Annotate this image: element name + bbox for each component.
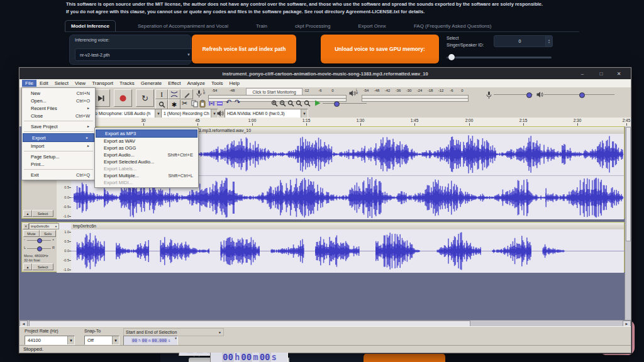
- play-speed-knob[interactable]: [334, 101, 340, 107]
- voice-select[interactable]: nr-v2-test-2.pth ▼: [75, 48, 196, 61]
- project-rate-select[interactable]: 44100▼: [25, 336, 75, 345]
- track1-select-button[interactable]: Select: [32, 210, 53, 217]
- play-speed-slider[interactable]: [323, 103, 367, 104]
- menu-tracks[interactable]: Tracks: [116, 80, 138, 87]
- close-button[interactable]: ✕: [612, 68, 626, 79]
- menu-item-export-multiple[interactable]: Export Multiple...Shift+Ctrl+L: [95, 172, 198, 179]
- copy-button[interactable]: [191, 100, 198, 107]
- vertical-scrollbar[interactable]: [625, 126, 631, 320]
- track-vocal[interactable]: ✕ tmp0xrtrc6n▼ Mute Solo - + L R Mono, 4…: [21, 222, 625, 272]
- track1-ch2-ruler[interactable]: 1.00.50.0-0.5-1.0: [57, 175, 72, 219]
- menu-view[interactable]: View: [72, 80, 89, 87]
- speaker-id-slider[interactable]: [447, 57, 552, 58]
- maximize-button[interactable]: □: [594, 68, 608, 79]
- speaker-id-slider-knob[interactable]: [448, 54, 455, 60]
- trim-audio-button[interactable]: [208, 100, 215, 107]
- track2-ruler[interactable]: 1.00.50.0-0.5-1.0: [57, 229, 72, 273]
- input-device-select[interactable]: eo Microphone: USB Audio (h▼: [90, 109, 162, 118]
- redo-button[interactable]: ↷: [235, 98, 240, 106]
- minimize-button[interactable]: –: [575, 68, 589, 79]
- menu-item-export-as-ogg[interactable]: Export as OGG: [95, 145, 198, 151]
- track2-close-button[interactable]: ✕: [23, 223, 29, 229]
- undo-button[interactable]: ↶: [226, 98, 231, 106]
- envelope-tool-button[interactable]: [168, 89, 180, 99]
- paste-button[interactable]: [199, 100, 206, 107]
- timeline-ruler[interactable]: 1530451:001:151:301:452:002:152:302:45: [19, 118, 631, 127]
- menu-item-export-as-mp3[interactable]: Export as MP3: [96, 129, 197, 138]
- refresh-voice-list-label: Refresh voice list and index path: [196, 46, 292, 52]
- menu-effect[interactable]: Effect: [165, 80, 184, 87]
- silence-audio-button[interactable]: [216, 100, 223, 107]
- cut-button[interactable]: ✂: [182, 99, 187, 107]
- tab-ckpt-processing[interactable]: ckpt Processing: [289, 21, 336, 31]
- vertical-scrollbar-thumb[interactable]: [626, 127, 631, 241]
- refresh-voice-list-button[interactable]: Refresh voice list and index path: [192, 35, 296, 63]
- menu-edit[interactable]: Edit: [36, 80, 52, 87]
- track2-collapse-button[interactable]: ▲: [23, 263, 32, 270]
- title-bar[interactable]: instrument_ponyo-cliff-cartoon-animation…: [19, 68, 631, 79]
- menu-item-save-project[interactable]: Save Project►: [22, 123, 95, 130]
- zoom-toggle-button[interactable]: [304, 100, 311, 107]
- zoom-fit-button[interactable]: [296, 100, 303, 107]
- unload-voice-button[interactable]: Unload voice to save GPU memory:: [321, 35, 439, 63]
- record-button[interactable]: [114, 89, 132, 107]
- play-at-speed-button[interactable]: [314, 99, 321, 107]
- menu-item-import[interactable]: Import►: [22, 142, 95, 150]
- tick-mark: [414, 123, 415, 126]
- menu-item-exit[interactable]: ExitCtrl+Q: [22, 171, 95, 178]
- menu-select[interactable]: Select: [52, 80, 72, 87]
- menu-file[interactable]: File: [22, 80, 36, 87]
- menu-item-export-selected-audio[interactable]: Export Selected Audio...: [95, 158, 198, 165]
- menu-transport[interactable]: Transport: [89, 80, 116, 87]
- tab-export-onnx[interactable]: Export Onnx: [352, 21, 391, 31]
- tab-model-inference[interactable]: Model Inference: [65, 20, 116, 31]
- menu-item-recent-files[interactable]: Recent Files►: [22, 104, 95, 112]
- zoom-selection-button[interactable]: [287, 100, 294, 107]
- spinner-icon[interactable]: ▲▼: [545, 36, 552, 47]
- mute-button[interactable]: Mute: [23, 230, 40, 237]
- menu-item-export-as-wav[interactable]: Export as WAV: [95, 138, 198, 145]
- snap-to-select[interactable]: Off▼: [84, 336, 119, 345]
- pan-knob[interactable]: [37, 246, 42, 251]
- zoom-in-button[interactable]: [271, 100, 278, 107]
- play-volume-knob[interactable]: [579, 92, 585, 98]
- channels-select[interactable]: 1 (Mono) Recording Ch▼: [161, 109, 218, 118]
- menu-item-export[interactable]: Export►: [23, 133, 94, 142]
- track2-waveform[interactable]: [71, 229, 624, 273]
- timeline-tick: 1:15: [303, 118, 311, 123]
- zoom-tool-button[interactable]: [155, 99, 168, 109]
- menu-help[interactable]: Help: [226, 80, 243, 87]
- menu-item-page-setup[interactable]: Page Setup...: [22, 153, 95, 160]
- menu-analyze[interactable]: Analyze: [184, 80, 208, 87]
- tab-faq-frequently-asked-questions[interactable]: FAQ (Frequently Asked Questions): [408, 21, 497, 31]
- solo-button[interactable]: Solo: [40, 230, 56, 237]
- track1-collapse-button[interactable]: ▲: [23, 210, 32, 217]
- track2-select-button[interactable]: Select: [32, 263, 53, 270]
- loop-button[interactable]: ↻: [136, 89, 154, 107]
- play-meter-bar-r[interactable]: [362, 98, 469, 102]
- menu-shortcut: Ctrl+Q: [76, 172, 90, 178]
- record-volume-knob[interactable]: [526, 92, 532, 98]
- output-device-select[interactable]: HDA NVidia: HDMI 0 (hw:0,3)▼: [225, 109, 308, 118]
- menu-item-close[interactable]: CloseCtrl+W: [22, 112, 95, 119]
- draw-tool-button[interactable]: [180, 89, 193, 99]
- gain-knob[interactable]: [37, 238, 42, 243]
- selection-start-field[interactable]: 00h00m00.000s▼: [123, 336, 178, 346]
- menu-generate[interactable]: Generate: [138, 80, 165, 87]
- menu-item-new[interactable]: NewCtrl+N: [22, 89, 95, 97]
- tab-seperation-of-accompaniment-and-vocal[interactable]: Seperation of Accompaniment and Vocal: [132, 21, 234, 31]
- menu-item-open[interactable]: Open...Ctrl+O: [22, 97, 95, 104]
- tab-train[interactable]: Train: [250, 21, 273, 31]
- multi-tool-button[interactable]: ✱: [168, 99, 180, 109]
- status-bar: Stopped.: [19, 345, 631, 353]
- menu-item-export-audio[interactable]: Export Audio...Shift+Ctrl+E: [95, 151, 198, 158]
- magnifier-icon: [158, 101, 165, 108]
- window-title: instrument_ponyo-cliff-cartoon-animation…: [19, 71, 631, 77]
- zoom-out-button[interactable]: [279, 100, 286, 107]
- menu-tools[interactable]: Tools: [208, 80, 226, 87]
- bottom-orange-button[interactable]: [364, 353, 445, 362]
- selection-tool-button[interactable]: I: [155, 89, 168, 99]
- menu-item-print[interactable]: Print...: [22, 160, 95, 168]
- speaker-id-input[interactable]: 0 ▲▼: [494, 35, 553, 47]
- track2-name-menu[interactable]: tmp0xrtrc6n▼: [29, 223, 59, 229]
